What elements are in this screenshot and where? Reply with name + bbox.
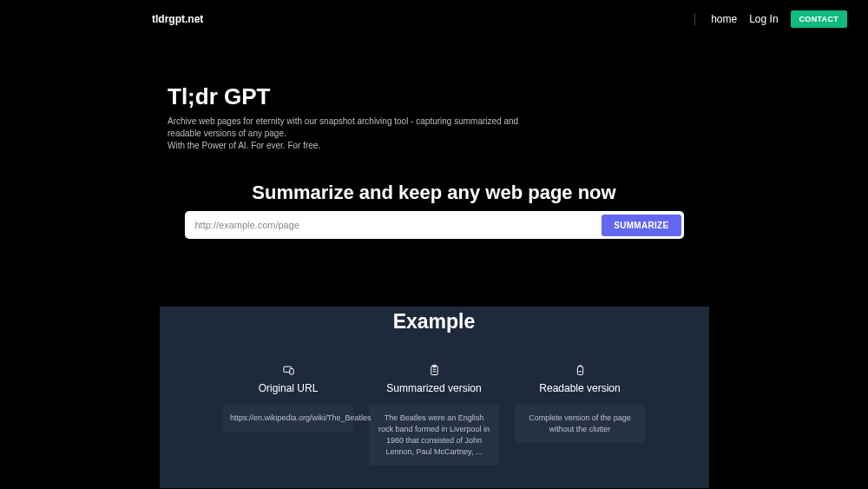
example-col-readable: Readable version Complete version of the… bbox=[515, 363, 645, 443]
backpack-icon bbox=[515, 363, 645, 377]
top-nav: home Log In CONTACT bbox=[694, 10, 847, 28]
col-body-readable: Complete version of the page without the… bbox=[515, 405, 645, 443]
nav-separator bbox=[694, 13, 695, 25]
summarize-heading: Summarize and keep any web page now bbox=[0, 182, 868, 204]
col-body-original: https://en.wikipedia.org/wiki/The_Beatle… bbox=[223, 405, 353, 432]
hero-subtitle-line1: Archive web pages for eternity with our … bbox=[168, 116, 518, 138]
hero-subtitle: Archive web pages for eternity with our … bbox=[168, 116, 532, 152]
example-columns: Original URL https://en.wikipedia.org/wi… bbox=[160, 363, 709, 466]
url-input[interactable] bbox=[190, 214, 602, 236]
hero-title: Tl;dr GPT bbox=[168, 83, 868, 110]
example-col-summarized: Summarized version The Beatles were an E… bbox=[369, 363, 499, 466]
example-panel: Example Original URL https://en.wikipedi… bbox=[160, 307, 709, 488]
col-body-summarized: The Beatles were an English rock band fo… bbox=[369, 405, 499, 466]
clipboard-icon bbox=[369, 363, 499, 377]
example-col-original: Original URL https://en.wikipedia.org/wi… bbox=[223, 363, 353, 432]
header: tldrgpt.net home Log In CONTACT bbox=[0, 0, 868, 38]
contact-button[interactable]: CONTACT bbox=[791, 10, 847, 28]
hero-section: Tl;dr GPT Archive web pages for eternity… bbox=[0, 38, 868, 152]
nav-login[interactable]: Log In bbox=[749, 13, 778, 25]
nav-home[interactable]: home bbox=[711, 13, 737, 25]
col-head-original: Original URL bbox=[223, 382, 353, 394]
example-title: Example bbox=[160, 307, 709, 334]
summarize-button[interactable]: SUMMARIZE bbox=[602, 215, 681, 236]
col-head-summarized: Summarized version bbox=[369, 382, 499, 394]
devices-icon bbox=[223, 363, 353, 377]
col-head-readable: Readable version bbox=[515, 382, 645, 394]
hero-subtitle-line2: With the Power of AI. For ever. For free… bbox=[168, 141, 320, 150]
url-search-bar: SUMMARIZE bbox=[185, 211, 684, 239]
svg-rect-1 bbox=[289, 368, 293, 373]
site-logo[interactable]: tldrgpt.net bbox=[152, 13, 203, 25]
